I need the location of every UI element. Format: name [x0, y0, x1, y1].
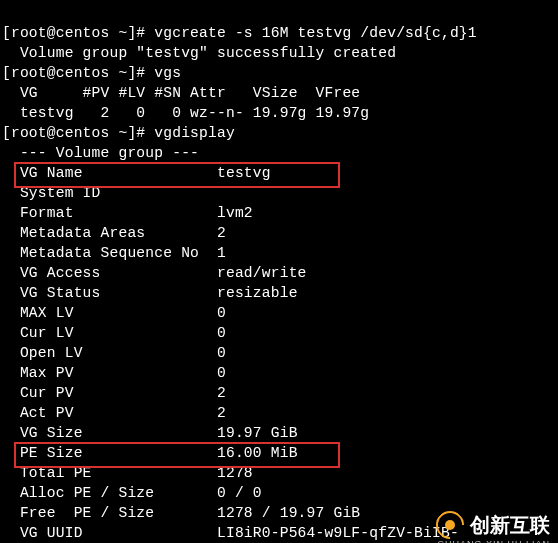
watermark-sub: CHUANG XIN HU LIAN — [437, 539, 550, 543]
terminal-output: [root@centos ~]# vgcreate -s 16M testvg … — [0, 0, 558, 543]
watermark-logo-icon — [436, 511, 464, 539]
watermark-brand: 创新互联 — [470, 512, 550, 539]
watermark: 创新互联 CHUANG XIN HU LIAN — [436, 511, 550, 539]
